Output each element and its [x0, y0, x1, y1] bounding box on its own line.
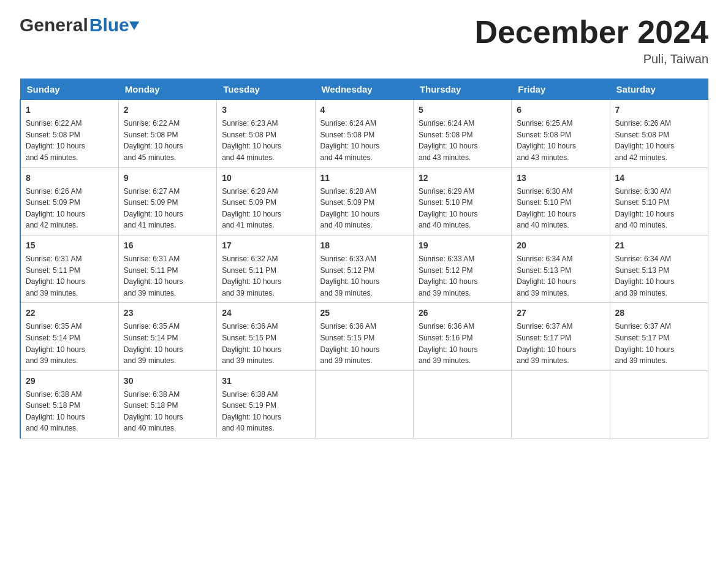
table-row: 16Sunrise: 6:31 AMSunset: 5:11 PMDayligh…	[118, 235, 216, 302]
page-header: General Blue December 2024 Puli, Taiwan	[20, 15, 708, 66]
day-info: Sunrise: 6:33 AMSunset: 5:12 PMDaylight:…	[320, 253, 408, 299]
day-number: 18	[320, 239, 408, 252]
day-info: Sunrise: 6:23 AMSunset: 5:08 PMDaylight:…	[222, 118, 309, 163]
day-number: 1	[26, 104, 113, 117]
day-info: Sunrise: 6:29 AMSunset: 5:10 PMDaylight:…	[419, 186, 506, 231]
table-row: 20Sunrise: 6:34 AMSunset: 5:13 PMDayligh…	[512, 235, 610, 302]
day-info: Sunrise: 6:33 AMSunset: 5:12 PMDaylight:…	[419, 253, 506, 299]
calendar-week-row: 15Sunrise: 6:31 AMSunset: 5:11 PMDayligh…	[20, 235, 708, 302]
table-row: 17Sunrise: 6:32 AMSunset: 5:11 PMDayligh…	[217, 235, 315, 302]
day-number: 3	[222, 104, 309, 117]
day-info: Sunrise: 6:26 AMSunset: 5:09 PMDaylight:…	[26, 186, 113, 231]
table-row: 10Sunrise: 6:28 AMSunset: 5:09 PMDayligh…	[217, 167, 315, 235]
day-number: 12	[419, 172, 506, 185]
day-number: 20	[517, 239, 604, 252]
day-number: 2	[124, 104, 211, 117]
table-row: 31Sunrise: 6:38 AMSunset: 5:19 PMDayligh…	[217, 370, 315, 438]
table-row	[610, 370, 708, 438]
col-thursday: Thursday	[413, 79, 511, 100]
table-row: 18Sunrise: 6:33 AMSunset: 5:12 PMDayligh…	[315, 235, 413, 302]
day-number: 11	[320, 172, 408, 185]
table-row: 15Sunrise: 6:31 AMSunset: 5:11 PMDayligh…	[20, 235, 118, 302]
day-info: Sunrise: 6:31 AMSunset: 5:11 PMDaylight:…	[124, 253, 211, 299]
calendar-header-row: Sunday Monday Tuesday Wednesday Thursday…	[20, 79, 708, 100]
logo-arrow-icon	[128, 19, 142, 33]
day-number: 14	[615, 172, 703, 185]
location-label: Puli, Taiwan	[474, 52, 708, 66]
table-row	[413, 370, 511, 438]
table-row	[315, 370, 413, 438]
day-info: Sunrise: 6:27 AMSunset: 5:09 PMDaylight:…	[124, 186, 211, 231]
day-number: 17	[222, 239, 309, 252]
table-row: 21Sunrise: 6:34 AMSunset: 5:13 PMDayligh…	[610, 235, 708, 302]
table-row: 29Sunrise: 6:38 AMSunset: 5:18 PMDayligh…	[20, 370, 118, 438]
day-number: 23	[124, 307, 211, 320]
table-row: 1Sunrise: 6:22 AMSunset: 5:08 PMDaylight…	[20, 100, 118, 167]
day-info: Sunrise: 6:35 AMSunset: 5:14 PMDaylight:…	[124, 321, 211, 366]
calendar-week-row: 1Sunrise: 6:22 AMSunset: 5:08 PMDaylight…	[20, 100, 708, 167]
table-row: 9Sunrise: 6:27 AMSunset: 5:09 PMDaylight…	[118, 167, 216, 235]
table-row: 13Sunrise: 6:30 AMSunset: 5:10 PMDayligh…	[512, 167, 610, 235]
day-info: Sunrise: 6:25 AMSunset: 5:08 PMDaylight:…	[517, 118, 604, 163]
calendar-title: December 2024 Puli, Taiwan	[474, 15, 708, 66]
day-number: 25	[320, 307, 408, 320]
day-info: Sunrise: 6:28 AMSunset: 5:09 PMDaylight:…	[222, 186, 309, 231]
calendar-table: Sunday Monday Tuesday Wednesday Thursday…	[20, 79, 708, 439]
day-number: 4	[320, 104, 408, 117]
logo-blue-text: Blue	[89, 15, 129, 36]
day-info: Sunrise: 6:36 AMSunset: 5:16 PMDaylight:…	[419, 321, 506, 366]
table-row: 4Sunrise: 6:24 AMSunset: 5:08 PMDaylight…	[315, 100, 413, 167]
col-wednesday: Wednesday	[315, 79, 413, 100]
table-row: 14Sunrise: 6:30 AMSunset: 5:10 PMDayligh…	[610, 167, 708, 235]
day-number: 13	[517, 172, 604, 185]
table-row: 6Sunrise: 6:25 AMSunset: 5:08 PMDaylight…	[512, 100, 610, 167]
day-number: 28	[615, 307, 703, 320]
table-row: 11Sunrise: 6:28 AMSunset: 5:09 PMDayligh…	[315, 167, 413, 235]
day-number: 27	[517, 307, 604, 320]
table-row: 26Sunrise: 6:36 AMSunset: 5:16 PMDayligh…	[413, 303, 511, 370]
table-row: 3Sunrise: 6:23 AMSunset: 5:08 PMDaylight…	[217, 100, 315, 167]
day-info: Sunrise: 6:35 AMSunset: 5:14 PMDaylight:…	[26, 321, 113, 366]
day-info: Sunrise: 6:37 AMSunset: 5:17 PMDaylight:…	[615, 321, 703, 366]
day-number: 15	[26, 239, 113, 252]
day-info: Sunrise: 6:28 AMSunset: 5:09 PMDaylight:…	[320, 186, 408, 231]
calendar-week-row: 29Sunrise: 6:38 AMSunset: 5:18 PMDayligh…	[20, 370, 708, 438]
day-info: Sunrise: 6:26 AMSunset: 5:08 PMDaylight:…	[615, 118, 703, 163]
day-number: 29	[26, 375, 113, 388]
table-row: 2Sunrise: 6:22 AMSunset: 5:08 PMDaylight…	[118, 100, 216, 167]
logo: General Blue	[20, 15, 142, 36]
day-number: 24	[222, 307, 309, 320]
day-info: Sunrise: 6:38 AMSunset: 5:18 PMDaylight:…	[26, 389, 113, 434]
day-number: 6	[517, 104, 604, 117]
table-row: 22Sunrise: 6:35 AMSunset: 5:14 PMDayligh…	[20, 303, 118, 370]
day-info: Sunrise: 6:34 AMSunset: 5:13 PMDaylight:…	[517, 253, 604, 299]
day-info: Sunrise: 6:30 AMSunset: 5:10 PMDaylight:…	[615, 186, 703, 231]
table-row	[512, 370, 610, 438]
day-info: Sunrise: 6:36 AMSunset: 5:15 PMDaylight:…	[222, 321, 309, 366]
col-saturday: Saturday	[610, 79, 708, 100]
day-info: Sunrise: 6:38 AMSunset: 5:18 PMDaylight:…	[124, 389, 211, 434]
calendar-week-row: 22Sunrise: 6:35 AMSunset: 5:14 PMDayligh…	[20, 303, 708, 370]
day-number: 19	[419, 239, 506, 252]
svg-marker-0	[129, 21, 139, 30]
day-number: 30	[124, 375, 211, 388]
col-friday: Friday	[512, 79, 610, 100]
day-info: Sunrise: 6:37 AMSunset: 5:17 PMDaylight:…	[517, 321, 604, 366]
day-info: Sunrise: 6:24 AMSunset: 5:08 PMDaylight:…	[320, 118, 408, 163]
table-row: 7Sunrise: 6:26 AMSunset: 5:08 PMDaylight…	[610, 100, 708, 167]
day-number: 9	[124, 172, 211, 185]
day-number: 21	[615, 239, 703, 252]
day-number: 10	[222, 172, 309, 185]
day-info: Sunrise: 6:22 AMSunset: 5:08 PMDaylight:…	[124, 118, 211, 163]
day-number: 5	[419, 104, 506, 117]
table-row: 23Sunrise: 6:35 AMSunset: 5:14 PMDayligh…	[118, 303, 216, 370]
calendar-week-row: 8Sunrise: 6:26 AMSunset: 5:09 PMDaylight…	[20, 167, 708, 235]
day-info: Sunrise: 6:31 AMSunset: 5:11 PMDaylight:…	[26, 253, 113, 299]
day-info: Sunrise: 6:32 AMSunset: 5:11 PMDaylight:…	[222, 253, 309, 299]
table-row: 30Sunrise: 6:38 AMSunset: 5:18 PMDayligh…	[118, 370, 216, 438]
day-number: 26	[419, 307, 506, 320]
table-row: 27Sunrise: 6:37 AMSunset: 5:17 PMDayligh…	[512, 303, 610, 370]
table-row: 24Sunrise: 6:36 AMSunset: 5:15 PMDayligh…	[217, 303, 315, 370]
day-info: Sunrise: 6:22 AMSunset: 5:08 PMDaylight:…	[26, 118, 113, 163]
logo-general-text: General	[20, 15, 88, 36]
